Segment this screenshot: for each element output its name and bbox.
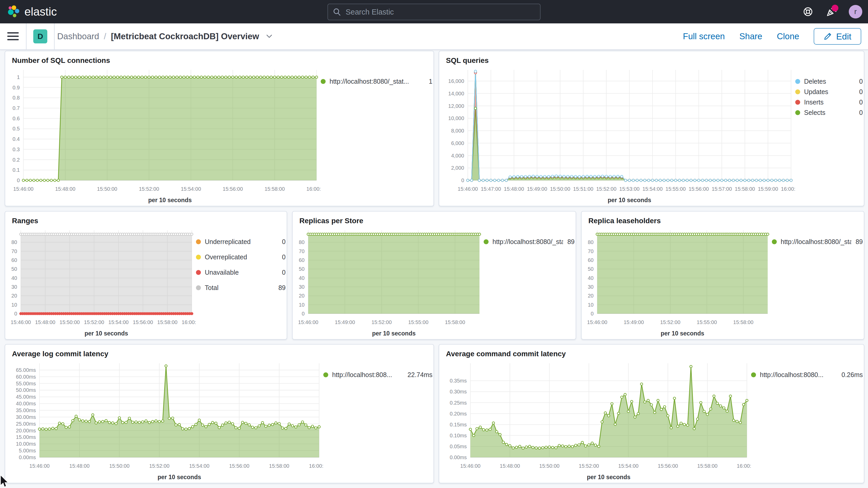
legend-item[interactable]: http://localhost:808...22.74ms [323,371,432,378]
svg-text:60: 60 [11,257,17,263]
svg-text:0: 0 [17,178,20,183]
svg-text:15:51:00: 15:51:00 [573,186,593,192]
svg-text:0: 0 [461,178,464,183]
svg-text:per 10 seconds: per 10 seconds [372,330,415,337]
svg-text:0: 0 [14,311,17,316]
panel-title-average-command-commit-latency[interactable]: Average command commit latency [439,344,864,359]
legend-item[interactable]: Updates0 [795,88,863,96]
legend-value: 0.26ms [841,371,863,378]
legend-value: 89 [567,238,575,246]
panel-average-command-commit-latency: Average command commit latency15:46:0015… [439,344,864,483]
dashboard-toolbar: D Dashboard / [Metricbeat CockroachDB] O… [0,23,868,50]
svg-text:per 10 seconds: per 10 seconds [661,330,704,337]
chart-canvas-replicas-per-store[interactable]: 15:46:0015:49:0015:52:0015:55:0015:58:00… [292,226,484,338]
svg-text:40: 40 [11,275,17,281]
svg-text:15:48:00: 15:48:00 [55,186,75,192]
svg-text:6,000: 6,000 [451,140,464,146]
legend-label: Underreplicated [205,238,278,246]
chart-canvas-number-of-sql-connections[interactable]: 15:46:0015:48:0015:50:0015:52:0015:54:00… [5,66,321,204]
chart-legend-ranges: Underreplicated0Overreplicated0Unavailab… [196,226,287,338]
chart-legend-replicas-per-store: http://localhost:8080/_sta...89 [484,226,576,338]
panel-title-replica-leaseholders[interactable]: Replica leaseholders [582,212,864,226]
legend-label: http://localhost:808... [332,371,403,378]
panel-title-sql-queries[interactable]: SQL queries [439,51,864,66]
chart-canvas-average-log-commit-latency[interactable]: 15:46:0015:48:0015:50:0015:52:0015:54:00… [5,359,323,481]
elastic-logo[interactable]: elastic [7,0,57,23]
legend-item[interactable]: Total89 [196,284,286,292]
legend-item[interactable]: http://localhost:8080...0.26ms [751,371,863,378]
svg-text:15:47:00: 15:47:00 [481,186,501,192]
svg-text:15:50:00: 15:50:00 [97,186,117,192]
svg-text:0: 0 [302,311,305,316]
panel-title-ranges[interactable]: Ranges [5,212,287,226]
svg-text:0.3: 0.3 [12,147,20,152]
breadcrumb-dashboard-link[interactable]: Dashboard [57,31,99,41]
legend-item[interactable]: http://localhost:8080/_sta...89 [484,238,575,246]
svg-text:15:58:00: 15:58:00 [697,463,717,469]
help-button[interactable] [802,6,814,18]
full-screen-link[interactable]: Full screen [683,31,725,41]
legend-label: http://localhost:8080/_sta... [781,238,851,246]
svg-text:15:48:00: 15:48:00 [35,319,55,325]
legend-item[interactable]: http://localhost:8080/_sta...89 [772,238,863,246]
legend-value: 0 [282,269,286,276]
legend-item[interactable]: http://localhost:8080/_stat...1 [321,78,432,85]
svg-text:20.00ms: 20.00ms [16,428,36,433]
legend-item[interactable]: Unavailable0 [196,269,286,276]
dashboard-app-badge[interactable]: D [33,29,47,43]
global-search[interactable] [328,4,540,20]
panel-title-average-log-commit-latency[interactable]: Average log commit latency [5,344,433,359]
svg-text:15:54:00: 15:54:00 [643,186,663,192]
svg-text:15:46:00: 15:46:00 [298,319,318,325]
svg-text:per 10 seconds: per 10 seconds [148,197,191,204]
legend-value: 22.74ms [407,371,432,378]
toolbar-actions: Full screen Share Clone Edit [683,28,868,45]
svg-text:0.7: 0.7 [12,105,20,111]
chart-canvas-replica-leaseholders[interactable]: 15:46:0015:49:0015:52:0015:55:0015:58:00… [582,226,772,338]
chart-canvas-ranges[interactable]: 15:46:0015:48:0015:50:0015:52:0015:54:00… [5,226,196,338]
edit-button[interactable]: Edit [814,28,861,45]
legend-item[interactable]: Selects0 [795,109,863,116]
panel-average-log-commit-latency: Average log commit latency15:46:0015:48:… [5,344,434,483]
chart-canvas-average-command-commit-latency[interactable]: 15:46:0015:48:0015:50:0015:52:0015:54:00… [439,359,751,481]
svg-text:15:52:00: 15:52:00 [579,463,599,469]
news-button[interactable] [826,6,837,18]
svg-text:15:58:00: 15:58:00 [445,319,465,325]
legend-item[interactable]: Deletes0 [795,78,863,85]
chart-canvas-sql-queries[interactable]: 15:46:0015:47:0015:48:0015:49:0015:50:00… [439,66,795,204]
legend-item[interactable]: Overreplicated0 [196,253,286,261]
svg-text:15:50:00: 15:50:00 [550,186,570,192]
svg-text:50: 50 [588,266,594,272]
legend-label: Unavailable [205,269,278,276]
legend-item[interactable]: Underreplicated0 [196,238,286,246]
legend-value: 0 [859,109,863,116]
legend-value: 0 [282,238,286,246]
share-link[interactable]: Share [739,31,762,41]
svg-text:16:00:00: 16:00:00 [306,186,321,192]
main-menu-button[interactable] [0,23,26,49]
svg-text:15:55:00: 15:55:00 [697,319,717,325]
panel-title-number-of-sql-connections[interactable]: Number of SQL connections [5,51,433,66]
page-title: [Metricbeat CockroachDB] Overview [111,31,259,41]
svg-text:0.20ms: 0.20ms [450,411,467,417]
mouse-cursor [0,475,10,488]
search-input[interactable] [345,7,540,17]
svg-text:15:46:00: 15:46:00 [11,319,31,325]
legend-item[interactable]: Inserts0 [795,98,863,106]
title-menu-button[interactable] [265,34,273,39]
svg-text:40.00ms: 40.00ms [16,401,36,406]
legend-color-dot [196,285,201,290]
svg-text:16:00:00: 16:00:00 [309,463,323,469]
legend-label: http://localhost:8080/_stat... [330,78,425,85]
svg-text:15:48:00: 15:48:00 [69,463,90,469]
clone-link[interactable]: Clone [777,31,799,41]
svg-text:20: 20 [299,293,305,299]
breadcrumb-separator: / [104,31,106,41]
legend-label: Updates [804,88,855,96]
svg-text:0.2: 0.2 [12,157,20,163]
svg-text:15:58:00: 15:58:00 [733,319,753,325]
svg-text:15:54:00: 15:54:00 [189,463,210,469]
user-avatar[interactable]: r [849,5,862,19]
panel-title-replicas-per-store[interactable]: Replicas per Store [292,212,576,226]
svg-text:15.00ms: 15.00ms [16,434,36,440]
